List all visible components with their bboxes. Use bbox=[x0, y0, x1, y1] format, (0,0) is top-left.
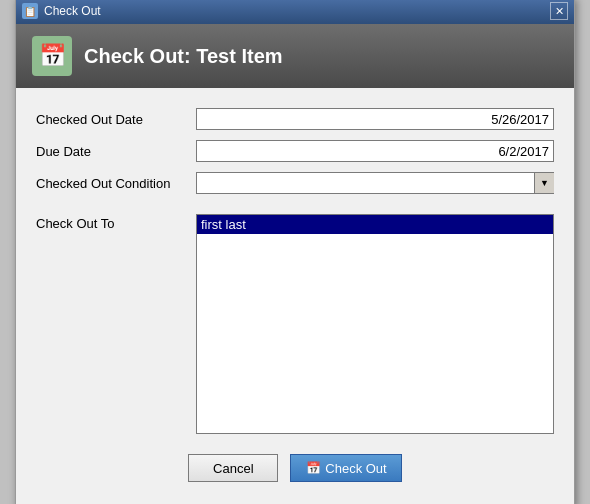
due-date-row: Due Date bbox=[36, 140, 554, 162]
titlebar-icon: 📋 bbox=[22, 3, 38, 19]
checked-out-date-label: Checked Out Date bbox=[36, 112, 196, 127]
checkout-icon: 📅 bbox=[305, 460, 321, 476]
condition-select-wrapper: Good Fair Poor ▼ bbox=[196, 172, 554, 194]
spacer bbox=[36, 204, 554, 214]
checkout-to-row: Check Out To first last bbox=[36, 214, 554, 434]
condition-select[interactable]: Good Fair Poor bbox=[196, 172, 554, 194]
checkout-to-list[interactable]: first last bbox=[196, 214, 554, 434]
header-bar: 📅 Check Out: Test Item bbox=[16, 24, 574, 88]
list-item[interactable]: first last bbox=[197, 215, 553, 234]
dialog-window: 📋 Check Out ✕ 📅 Check Out: Test Item Che… bbox=[15, 0, 575, 504]
header-icon: 📅 bbox=[32, 36, 72, 76]
close-button[interactable]: ✕ bbox=[550, 2, 568, 20]
due-date-input[interactable] bbox=[196, 140, 554, 162]
form-content: Checked Out Date Due Date Checked Out Co… bbox=[16, 88, 574, 504]
cancel-button[interactable]: Cancel bbox=[188, 454, 278, 482]
cancel-label: Cancel bbox=[213, 461, 253, 476]
condition-label: Checked Out Condition bbox=[36, 176, 196, 191]
checkout-to-label: Check Out To bbox=[36, 214, 196, 231]
titlebar-title: Check Out bbox=[44, 4, 101, 18]
titlebar: 📋 Check Out ✕ bbox=[16, 0, 574, 24]
checkout-button[interactable]: 📅 Check Out bbox=[290, 454, 401, 482]
checked-out-date-input[interactable] bbox=[196, 108, 554, 130]
due-date-label: Due Date bbox=[36, 144, 196, 159]
condition-row: Checked Out Condition Good Fair Poor ▼ bbox=[36, 172, 554, 194]
checked-out-date-row: Checked Out Date bbox=[36, 108, 554, 130]
titlebar-left: 📋 Check Out bbox=[22, 3, 101, 19]
dialog-title: Check Out: Test Item bbox=[84, 45, 283, 68]
checkout-label: Check Out bbox=[325, 461, 386, 476]
button-row: Cancel 📅 Check Out bbox=[36, 450, 554, 490]
